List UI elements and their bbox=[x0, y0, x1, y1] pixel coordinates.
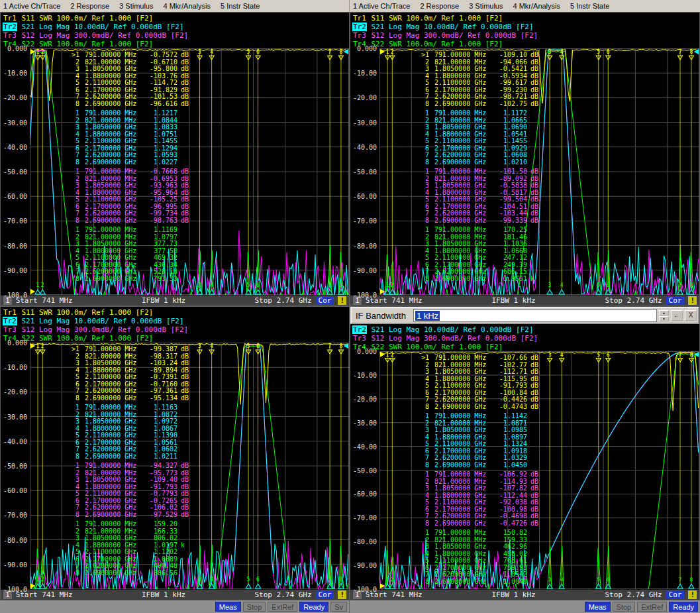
marker-row: 82.6900000 GHz-97.529dB bbox=[70, 512, 194, 519]
marker-number-top: 5 bbox=[247, 48, 250, 55]
trace-legend-tr2[interactable]: Tr2 S21 Log Mag 10.00dB/ Ref 0.000dB [F2… bbox=[352, 325, 699, 334]
marker-row: 72.6200000 GHz-101.53dB bbox=[70, 93, 194, 101]
marker-row: 52.1100000 GHz-92.038dB bbox=[419, 499, 544, 506]
y-axis-label: -40.00 bbox=[3, 438, 27, 445]
graph-area: 0.000-10.00-20.00-30.00-40.00-50.00-60.0… bbox=[1, 48, 349, 295]
marker-number-top: 8 bbox=[339, 48, 342, 55]
marker-number-top: 5 bbox=[247, 343, 250, 349]
y-axis-label: -60.00 bbox=[353, 490, 377, 498]
marker-row: 72.6200000 GHz686.15 bbox=[419, 268, 544, 276]
menu-item[interactable]: 1 Active Ch/Trace bbox=[3, 2, 60, 10]
menu-item[interactable]: 4 Mkr/Analysis bbox=[513, 2, 560, 10]
marker-row: 1791.00000 MHz1.1172 bbox=[419, 110, 544, 117]
menu-item[interactable]: 3 Stimulus bbox=[469, 2, 503, 10]
y-axis-label: -10.00 bbox=[353, 70, 377, 77]
marker-number-top: 6 bbox=[607, 352, 610, 358]
menu-item[interactable]: 2 Response bbox=[70, 2, 109, 10]
trace-legend-tr1[interactable]: Tr1 S11 SWR 100.0m/ Ref 1.000 [F2] bbox=[352, 14, 699, 23]
menu-item[interactable]: 5 Instr State bbox=[570, 2, 609, 10]
marker-row: 31.8050000 GHz806.02 bbox=[70, 535, 194, 542]
marker-row: 31.8050000 GHz-93.963dB bbox=[70, 182, 194, 190]
trace-legend-tr4[interactable]: Tr4 S22 SWR 100.0m/ Ref 1.000 [F2] bbox=[352, 343, 699, 351]
trace-legend-tr1[interactable]: Tr1 S11 SWR 100.0m/ Ref 1.000 [F2] bbox=[3, 308, 349, 317]
ifbw-label: IFBW 1 kHz bbox=[491, 590, 535, 599]
y-axis-label: -70.00 bbox=[353, 217, 377, 225]
correction-status-badge: Cor bbox=[316, 590, 334, 599]
marker-row: 52.1100000 GHz1.1390 bbox=[70, 432, 194, 439]
marker-row: 31.8050000 GHz-107.82dB bbox=[419, 485, 544, 492]
ifbw-label: IFBW 1 kHz bbox=[142, 296, 185, 305]
marker-row: 72.6200000 GHz1.0602 bbox=[70, 446, 194, 453]
trace-legend-tr3[interactable]: Tr3 S12 Log Mag 300.0mdB/ Ref 0.000dB [F… bbox=[3, 325, 349, 334]
menu-item[interactable]: 4 Mkr/Analysis bbox=[163, 2, 211, 10]
entry-close-button[interactable]: X bbox=[685, 310, 697, 321]
marker-triangle-bottom bbox=[35, 290, 40, 294]
if-bandwidth-input[interactable]: 1 kHz bbox=[413, 309, 657, 322]
trace-legend-tr4[interactable]: Tr4 S22 SWR 100.0m/ Ref 1.000 [F2] bbox=[3, 40, 349, 48]
marker-row: 72.6200000 GHz1.0329 bbox=[419, 455, 544, 462]
marker-row: 31.8050000 GHz-0.5421dB bbox=[419, 66, 544, 73]
warning-indicator: ! bbox=[338, 296, 346, 305]
channel-footer: 1 Start 741 MHz IFBW 1 kHz Stop 2.74 GHz… bbox=[1, 589, 349, 600]
y-axis-label: -60.00 bbox=[3, 487, 27, 494]
menu-item[interactable]: 1 Active Ch/Trace bbox=[353, 2, 410, 10]
trace-legend-block: Tr1 S11 SWR 100.0m/ Ref 1.000 [F2]Tr2 S2… bbox=[350, 13, 699, 48]
marker-number-bottom: 6 bbox=[256, 282, 260, 288]
marker-number-top: 6 bbox=[256, 48, 260, 55]
marker-number-top: 7 bbox=[328, 48, 332, 55]
trace-legend-tr3[interactable]: Tr3 S12 Log Mag 300.0mdB/ Ref 0.000dB [F… bbox=[352, 31, 699, 40]
marker-number-top: 4 bbox=[560, 48, 564, 55]
status-indicator-ready: Ready bbox=[669, 602, 698, 612]
marker-number-bottom: 3 bbox=[548, 282, 552, 288]
marker-number-bottom: 7 bbox=[679, 282, 682, 288]
marker-row: 72.6200000 GHz-0.4426dB bbox=[419, 396, 544, 404]
trace-legend-tr4[interactable]: Tr4 S22 SWR 100.0m/ Ref 1.000 [F2] bbox=[3, 334, 349, 343]
marker-number-bottom: 2 bbox=[41, 282, 44, 288]
status-indicator-stop: Stop bbox=[243, 602, 266, 612]
marker-row: 82.6900000 GHz-99.339dB bbox=[419, 217, 544, 225]
marker-row: 31.8050000 GHz1.1036 bbox=[419, 241, 544, 248]
trace-legend-tr4[interactable]: Tr4 S22 SWR 100.0m/ Ref 1.000 [F2] bbox=[352, 40, 699, 48]
trace-legend-tr1[interactable]: Tr1 S11 SWR 100.0m/ Ref 1.000 [F2] bbox=[3, 14, 349, 23]
trace-legend-tr2[interactable]: Tr2 S21 Log Mag 10.00dB/ Ref 0.000dB [F2… bbox=[3, 317, 349, 325]
correction-status-badge: Cor bbox=[316, 296, 334, 305]
y-axis-label: -70.00 bbox=[3, 512, 27, 519]
marker-number-top: 5 bbox=[597, 352, 600, 358]
marker-table: >1791.00000 MHz-0.7572dB2821.00000 MHz-0… bbox=[70, 52, 194, 282]
marker-number-bottom: 6 bbox=[607, 282, 610, 288]
y-axis-label: 0.000 bbox=[7, 45, 27, 52]
marker-number-top: 6 bbox=[256, 343, 260, 349]
graph-plot: 1122334455667788 >1791.00000 MHz-0.7572d… bbox=[30, 48, 349, 295]
marker-row: 31.8050000 GHz-0.5838dB bbox=[419, 182, 544, 190]
marker-row: 52.1100000 GHz469.32 bbox=[70, 254, 194, 262]
menu-item[interactable]: 2 Response bbox=[420, 2, 459, 10]
marker-number-bottom: 2 bbox=[41, 576, 44, 583]
spin-up-button[interactable]: ▲ bbox=[659, 310, 669, 315]
menu-item[interactable]: 5 Instr State bbox=[221, 2, 260, 10]
spin-down-button[interactable]: ▼ bbox=[659, 316, 669, 321]
trace-legend-block: Tr1 S11 SWR 100.0m/ Ref 1.000 [F2]Tr2 S2… bbox=[1, 307, 349, 343]
marker-row: 52.1100000 GHz-99.504dB bbox=[419, 196, 544, 203]
marker-row: 52.1100000 GHz1.1202 bbox=[70, 549, 194, 556]
marker-number-top: 7 bbox=[679, 352, 682, 358]
y-axis-label: -50.00 bbox=[3, 168, 27, 176]
trace-legend-tr2[interactable]: Tr2 S21 Log Mag 10.00dB/ Ref 0.000dB [F2… bbox=[352, 23, 699, 31]
marker-number-top: 1 bbox=[36, 343, 40, 349]
marker-number-top: 2 bbox=[41, 343, 44, 349]
entry-backspace-button[interactable]: ← bbox=[671, 310, 683, 321]
marker-number-top: 4 bbox=[560, 352, 564, 358]
trace-legend-tr3[interactable]: Tr3 S12 Log Mag 300.0mdB/ Ref 0.000dB [F… bbox=[352, 334, 699, 343]
marker-row: 31.8050000 GHz377.73 bbox=[70, 241, 194, 248]
menu-item[interactable]: 3 Stimulus bbox=[119, 2, 153, 10]
y-axis-label: -80.00 bbox=[353, 538, 377, 545]
marker-row: 52.1100000 GHz768.61 bbox=[419, 557, 544, 565]
marker-row: 31.8050000 GHz-103.24dB bbox=[70, 360, 194, 367]
trace-legend-tr2[interactable]: Tr2 S21 Log Mag 10.00dB/ Ref 0.000dB [F2… bbox=[3, 23, 349, 31]
marker-row: 31.8050000 GHz1.0690 bbox=[419, 124, 544, 131]
y-axis-label: -30.00 bbox=[353, 419, 377, 427]
marker-row: 82.6900000 GHz1.0040 bbox=[419, 579, 544, 586]
marker-number-top: 4 bbox=[210, 48, 213, 55]
marker-number-top: 4 bbox=[210, 343, 213, 349]
trace-legend-tr3[interactable]: Tr3 S12 Log Mag 300.0mdB/ Ref 0.000dB [F… bbox=[3, 31, 349, 40]
ref-pointer-left-bottom bbox=[30, 289, 35, 294]
